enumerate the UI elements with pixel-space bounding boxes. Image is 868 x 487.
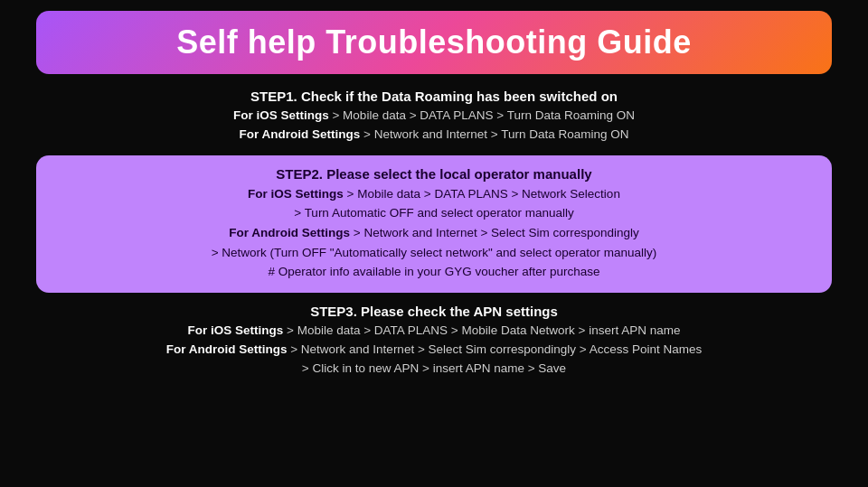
step2-android-text: > Network and Internet > Select Sim corr… [350,226,639,239]
step3-ios-label: For iOS Settings [188,323,284,337]
step1-heading: STEP1. Check if the Data Roaming has bee… [36,89,832,104]
step1-android-label: For Android Settings [240,127,361,141]
step2-android-label: For Android Settings [229,226,350,239]
step3-heading: STEP3. Please check the APN settings [36,304,832,319]
step2-line2: > Turn Automatic OFF and select operator… [63,203,805,223]
step2-ios-label: For iOS Settings [248,187,344,201]
step3-android-label: For Android Settings [166,342,288,356]
step2-ios-text: > Mobile data > DATA PLANS > Network Sel… [344,187,620,201]
step3-android-text: > Network and Internet > Select Sim corr… [287,342,702,356]
step3-section: STEP3. Please check the APN settings For… [36,304,832,379]
step1-section: STEP1. Check if the Data Roaming has bee… [36,89,832,145]
step3-ios-text: > Mobile data > DATA PLANS > Mobile Data… [283,323,680,337]
step3-line1: For iOS Settings > Mobile data > DATA PL… [36,322,832,341]
step2-line4: > Network (Turn OFF "Automatically selec… [63,243,805,263]
main-title: Self help Troubleshooting Guide [176,23,692,61]
step3-line3: > Click in to new APN > insert APN name … [36,360,832,379]
step2-section: STEP2. Please select the local operator … [36,155,832,293]
step2-line3: For Android Settings > Network and Inter… [63,223,805,243]
step2-line1: For iOS Settings > Mobile data > DATA PL… [63,184,805,204]
step1-android-text: > Network and Internet > Turn Data Roami… [360,127,628,141]
step2-line5: # Operator info available in your GYG vo… [63,262,805,282]
step1-ios-label: For iOS Settings [233,108,329,122]
step1-ios-text: > Mobile data > DATA PLANS > Turn Data R… [329,108,635,122]
step1-line2: For Android Settings > Network and Inter… [36,126,832,145]
step3-line2: For Android Settings > Network and Inter… [36,341,832,360]
step2-heading: STEP2. Please select the local operator … [63,166,805,182]
title-banner: Self help Troubleshooting Guide [36,11,832,74]
step1-line1: For iOS Settings > Mobile data > DATA PL… [36,107,832,126]
